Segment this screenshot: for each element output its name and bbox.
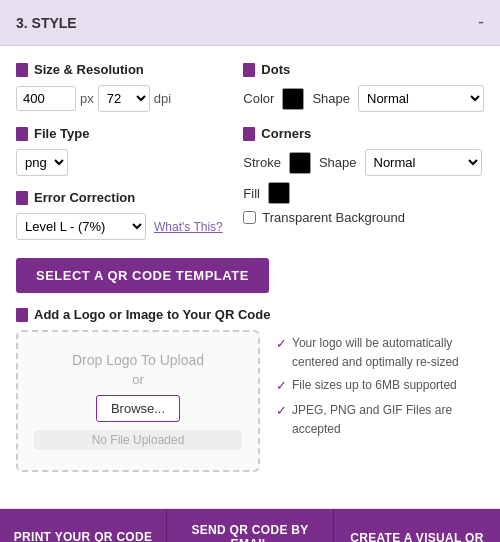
right-column: Dots Color Shape Normal Rounded Dots Cla… bbox=[243, 62, 484, 240]
file-type-row: png jpg svg eps bbox=[16, 149, 227, 176]
dpi-label: dpi bbox=[154, 91, 171, 106]
flag-icon-dots bbox=[243, 63, 255, 77]
flag-icon-logo bbox=[16, 308, 28, 322]
left-column: Size & Resolution px 72 96 150 300 dpi F… bbox=[16, 62, 227, 240]
dots-color-swatch[interactable] bbox=[282, 88, 304, 110]
print-label: PRINT YOUR QR CODE bbox=[14, 530, 153, 542]
whats-this-link[interactable]: What's This? bbox=[154, 220, 223, 234]
hint-text-2: File sizes up to 6MB supported bbox=[292, 376, 457, 395]
dots-label: Dots bbox=[243, 62, 484, 77]
file-type-label: File Type bbox=[16, 126, 227, 141]
checkmark-icon-3: ✓ bbox=[276, 401, 287, 422]
top-row: Size & Resolution px 72 96 150 300 dpi F… bbox=[16, 62, 484, 240]
logo-section-label: Add a Logo or Image to Your QR Code bbox=[16, 307, 484, 322]
hint-item: ✓ JPEG, PNG and GIF Files are accepted bbox=[276, 401, 484, 439]
section-toggle[interactable]: - bbox=[478, 12, 484, 33]
hint-text-3: JPEG, PNG and GIF Files are accepted bbox=[292, 401, 484, 439]
footer-buttons: PRINT YOUR QR CODE 🖨 SEND QR CODE BY EMA… bbox=[0, 508, 500, 542]
logo-two-col: Drop Logo To Upload or Browse... No File… bbox=[16, 330, 484, 472]
corners-stroke-swatch[interactable] bbox=[289, 152, 311, 174]
svg-rect-4 bbox=[243, 127, 255, 141]
upload-title: Drop Logo To Upload bbox=[34, 352, 242, 368]
dots-color-row: Color Shape Normal Rounded Dots Classy C… bbox=[243, 85, 484, 112]
transparent-checkbox[interactable] bbox=[243, 211, 256, 224]
error-correction-row: Level L - (7%) Level M - (15%) Level Q -… bbox=[16, 213, 227, 240]
corners-fill-swatch[interactable] bbox=[268, 182, 290, 204]
px-label: px bbox=[80, 91, 94, 106]
send-email-button[interactable]: SEND QR CODE BY EMAIL ✉ bbox=[167, 509, 334, 542]
no-file-label: No File Uploaded bbox=[34, 430, 242, 450]
error-correction-select[interactable]: Level L - (7%) Level M - (15%) Level Q -… bbox=[16, 213, 146, 240]
hint-item: ✓ Your logo will be automatically center… bbox=[276, 334, 484, 372]
flag-icon-filetype bbox=[16, 127, 28, 141]
print-qr-button[interactable]: PRINT YOUR QR CODE 🖨 bbox=[0, 509, 167, 542]
flag-icon-error bbox=[16, 191, 28, 205]
hint-text-1: Your logo will be automatically centered… bbox=[292, 334, 484, 372]
corners-shape-label: Shape bbox=[319, 155, 357, 170]
size-resolution-label: Size & Resolution bbox=[16, 62, 227, 77]
create-visual-button[interactable]: CREATE A VISUAL QR CODE bbox=[334, 509, 500, 542]
file-type-select[interactable]: png jpg svg eps bbox=[16, 149, 68, 176]
hint-item: ✓ File sizes up to 6MB supported bbox=[276, 376, 484, 397]
svg-rect-5 bbox=[16, 308, 28, 322]
browse-button[interactable]: Browse... bbox=[96, 395, 180, 422]
svg-rect-1 bbox=[16, 127, 28, 141]
flag-icon-corners bbox=[243, 127, 255, 141]
width-input[interactable] bbox=[16, 86, 76, 111]
corners-label: Corners bbox=[243, 126, 484, 141]
transparent-row: Transparent Background bbox=[243, 210, 484, 225]
corners-stroke-label: Stroke bbox=[243, 155, 281, 170]
svg-rect-2 bbox=[16, 191, 28, 205]
transparent-label: Transparent Background bbox=[262, 210, 405, 225]
corners-fill-row: Fill bbox=[243, 182, 484, 204]
dots-shape-label: Shape bbox=[312, 91, 350, 106]
svg-rect-3 bbox=[243, 63, 255, 77]
corners-shape-select[interactable]: Normal Dot Extra Rounded bbox=[365, 149, 482, 176]
upload-or: or bbox=[34, 372, 242, 387]
svg-rect-0 bbox=[16, 63, 28, 77]
section-header: 3. STYLE - bbox=[0, 0, 500, 46]
checkmark-icon-1: ✓ bbox=[276, 334, 287, 355]
upload-hints: ✓ Your logo will be automatically center… bbox=[276, 330, 484, 444]
main-content: Size & Resolution px 72 96 150 300 dpi F… bbox=[0, 46, 500, 488]
dots-color-label: Color bbox=[243, 91, 274, 106]
create-visual-label: CREATE A VISUAL QR CODE bbox=[344, 531, 490, 542]
corners-fill-label: Fill bbox=[243, 186, 260, 201]
dpi-select[interactable]: 72 96 150 300 bbox=[98, 85, 150, 112]
dots-shape-select[interactable]: Normal Rounded Dots Classy Classy Rounde… bbox=[358, 85, 484, 112]
section-title: 3. STYLE bbox=[16, 15, 77, 31]
error-correction-label: Error Correction bbox=[16, 190, 227, 205]
email-label: SEND QR CODE BY EMAIL bbox=[177, 523, 323, 542]
logo-section: Add a Logo or Image to Your QR Code Drop… bbox=[16, 307, 484, 472]
template-button[interactable]: SELECT A QR CODE TEMPLATE bbox=[16, 258, 269, 293]
corners-stroke-row: Stroke Shape Normal Dot Extra Rounded bbox=[243, 149, 484, 176]
upload-box: Drop Logo To Upload or Browse... No File… bbox=[16, 330, 260, 472]
checkmark-icon-2: ✓ bbox=[276, 376, 287, 397]
flag-icon-size bbox=[16, 63, 28, 77]
size-inputs-row: px 72 96 150 300 dpi bbox=[16, 85, 227, 112]
